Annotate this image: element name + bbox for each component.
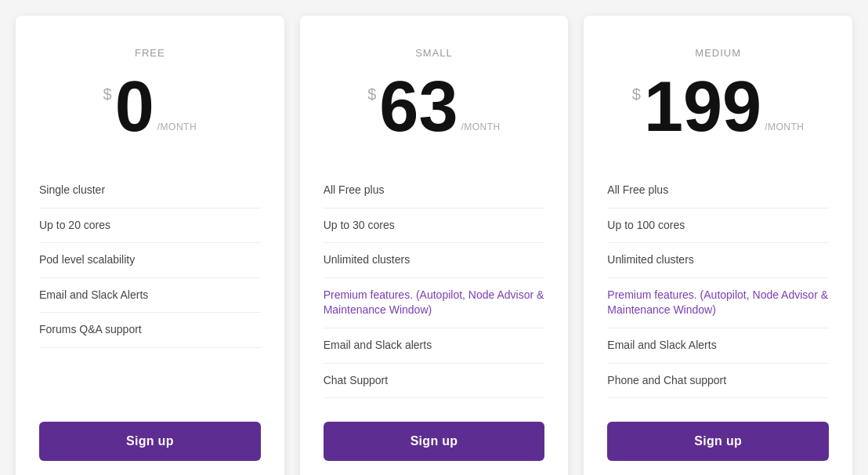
plan-name-medium: MEDIUM	[607, 47, 829, 59]
price-currency-free: $	[103, 85, 112, 103]
feature-item-medium-1: Up to 100 cores	[607, 208, 829, 244]
pricing-card-small: SMALL$63/MONTHAll Free plusUp to 30 core…	[300, 16, 569, 475]
feature-item-free-3: Email and Slack Alerts	[39, 278, 261, 314]
plan-name-small: SMALL	[324, 47, 545, 59]
price-amount-free: 0	[115, 71, 154, 142]
feature-item-small-4: Email and Slack alerts	[324, 328, 545, 364]
price-period-medium: /MONTH	[765, 121, 804, 132]
feature-item-medium-0: All Free plus	[607, 173, 829, 208]
feature-item-free-1: Up to 20 cores	[39, 208, 261, 244]
price-period-small: /MONTH	[461, 121, 500, 132]
price-amount-small: 63	[379, 71, 458, 142]
sign-up-button-medium[interactable]: Sign up	[607, 422, 829, 461]
sign-up-button-free[interactable]: Sign up	[39, 422, 261, 461]
price-currency-medium: $	[632, 85, 641, 103]
feature-item-small-5: Chat Support	[324, 364, 545, 399]
feature-item-small-0: All Free plus	[324, 173, 545, 208]
price-row-medium: $199/MONTH	[607, 71, 829, 142]
features-list-medium: All Free plusUp to 100 coresUnlimited cl…	[607, 173, 829, 398]
price-row-small: $63/MONTH	[324, 71, 545, 142]
feature-item-medium-4: Email and Slack Alerts	[607, 328, 829, 364]
pricing-card-free: FREE$0/MONTHSingle clusterUp to 20 cores…	[16, 16, 284, 475]
price-row-free: $0/MONTH	[39, 71, 261, 142]
price-period-free: /MONTH	[157, 121, 197, 132]
features-list-small: All Free plusUp to 30 coresUnlimited clu…	[324, 173, 545, 398]
feature-item-small-1: Up to 30 cores	[324, 208, 545, 244]
pricing-container: FREE$0/MONTHSingle clusterUp to 20 cores…	[16, 16, 852, 475]
pricing-card-medium: MEDIUM$199/MONTHAll Free plusUp to 100 c…	[584, 16, 852, 475]
feature-item-free-4: Forums Q&A support	[39, 313, 261, 348]
plan-name-free: FREE	[39, 47, 261, 59]
features-list-free: Single clusterUp to 20 coresPod level sc…	[39, 173, 261, 398]
feature-item-free-0: Single cluster	[39, 173, 261, 208]
feature-item-medium-5: Phone and Chat support	[607, 364, 829, 399]
feature-item-medium-3: Premium features. (Autopilot, Node Advis…	[607, 278, 829, 328]
price-currency-small: $	[367, 85, 376, 103]
feature-item-medium-2: Unlimited clusters	[607, 243, 829, 278]
feature-item-free-2: Pod level scalability	[39, 243, 261, 278]
feature-item-small-3: Premium features. (Autopilot, Node Advis…	[324, 278, 545, 328]
price-amount-medium: 199	[644, 71, 761, 142]
sign-up-button-small[interactable]: Sign up	[324, 422, 545, 461]
feature-item-small-2: Unlimited clusters	[324, 243, 545, 278]
